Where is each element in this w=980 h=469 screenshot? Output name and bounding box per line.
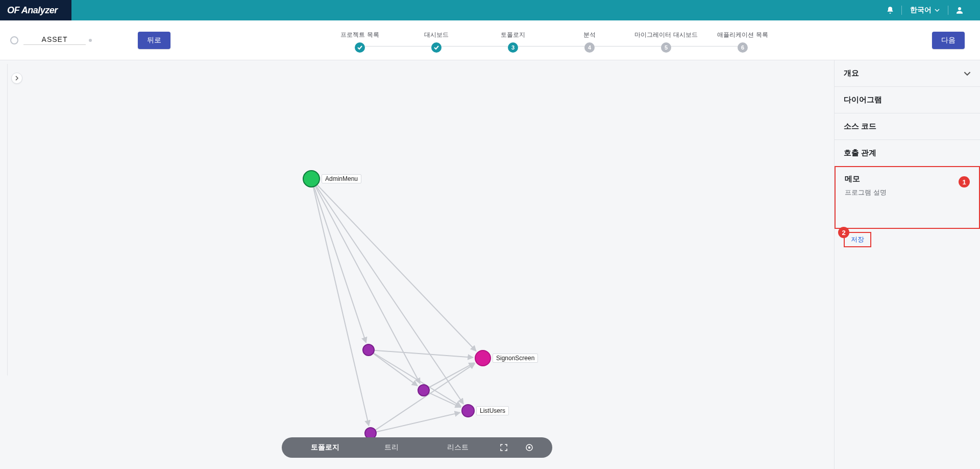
graph-canvas[interactable]: AdminMenuSignonScreenListUsers 토폴로지트리리스트 xyxy=(0,60,834,469)
step-label: 대시보드 xyxy=(424,31,449,39)
header-right: 한국어 xyxy=(879,0,980,20)
next-button[interactable]: 다음 xyxy=(932,32,965,49)
callout-badge-2: 2 xyxy=(838,227,849,238)
panel-calls-title: 호출 관계 xyxy=(844,148,876,157)
step-1[interactable]: 프로젝트 목록 xyxy=(322,31,398,53)
step-circle xyxy=(355,42,365,53)
step-label: 애플리케이션 목록 xyxy=(717,31,768,39)
step-circle: 6 xyxy=(738,42,748,53)
graph-edge xyxy=(314,186,366,343)
step-6[interactable]: 애플리케이션 목록6 xyxy=(704,31,781,53)
step-circle: 4 xyxy=(584,42,595,53)
language-selector[interactable]: 한국어 xyxy=(902,6,948,15)
sidebar-expand-handle[interactable] xyxy=(11,73,22,84)
view-controls: 토폴로지트리리스트 xyxy=(282,437,552,458)
view-control-item[interactable]: 트리 xyxy=(358,443,425,452)
graph-edge xyxy=(374,350,473,358)
step-4[interactable]: 분석4 xyxy=(551,31,628,53)
graph-node-label: AdminMenu xyxy=(322,174,361,183)
graph-edge xyxy=(429,393,460,408)
graph-edge xyxy=(373,353,418,386)
panel-memo[interactable]: 메모 1 프로그램 설명 xyxy=(835,166,980,229)
asset-label: ASSET xyxy=(23,35,86,45)
caret-down-icon xyxy=(935,8,940,13)
bell-icon[interactable] xyxy=(879,0,901,20)
graph-edge xyxy=(376,413,460,432)
user-icon[interactable] xyxy=(948,0,971,20)
panel-overview-title: 개요 xyxy=(844,68,859,78)
fullscreen-icon[interactable] xyxy=(491,443,517,452)
graph-node-label: ListUsers xyxy=(476,406,509,415)
graph-node[interactable] xyxy=(475,350,491,366)
right-panel: 개요 다이어그램 소스 코드 호출 관계 메모 1 프로그램 설명 2 저장 xyxy=(834,60,980,469)
graph-node[interactable] xyxy=(462,405,474,417)
svg-point-0 xyxy=(958,7,961,10)
graph-node[interactable] xyxy=(418,385,429,396)
step-2[interactable]: 대시보드 xyxy=(398,31,475,53)
panel-diagram-title: 다이어그램 xyxy=(844,95,882,104)
graph-node-label: SignonScreen xyxy=(493,354,538,363)
left-rail xyxy=(7,64,8,376)
step-label: 토폴로지 xyxy=(501,31,525,39)
step-circle: 5 xyxy=(661,42,671,53)
asset-block: ASSET xyxy=(10,35,92,45)
graph-edge xyxy=(373,353,461,407)
graph-edge xyxy=(375,364,475,430)
graph-node[interactable] xyxy=(303,171,320,187)
panel-source[interactable]: 소스 코드 xyxy=(835,113,980,140)
graph-edge xyxy=(429,363,475,388)
main-area: AdminMenuSignonScreenListUsers 토폴로지트리리스트… xyxy=(0,60,980,469)
stepper-bar: ASSET 뒤로 프로젝트 목록대시보드토폴로지3분석4마이그레이터 대시보드5… xyxy=(0,20,980,60)
chevron-right-icon xyxy=(14,76,19,81)
callout-badge-1: 1 xyxy=(959,176,970,187)
step-circle xyxy=(431,42,442,53)
language-label: 한국어 xyxy=(910,6,932,15)
radio-empty-icon[interactable] xyxy=(10,36,18,44)
svg-point-2 xyxy=(529,447,530,449)
step-label: 프로젝트 목록 xyxy=(340,31,379,39)
save-wrap: 2 저장 xyxy=(835,232,980,247)
memo-subtext: 프로그램 설명 xyxy=(845,188,970,197)
panel-diagram[interactable]: 다이어그램 xyxy=(835,87,980,113)
step-label: 분석 xyxy=(583,31,596,39)
asset-trailing-dot xyxy=(89,39,92,42)
target-icon[interactable] xyxy=(517,443,542,452)
logo-wrap: OF Analyzer xyxy=(0,0,71,20)
view-control-item[interactable]: 토폴로지 xyxy=(292,443,358,452)
step-3[interactable]: 토폴로지3 xyxy=(475,31,551,53)
prev-button[interactable]: 뒤로 xyxy=(138,32,170,49)
graph-node[interactable] xyxy=(363,344,374,356)
graph-svg[interactable] xyxy=(0,60,834,469)
panel-memo-title: 메모 xyxy=(845,174,860,183)
step-circle: 3 xyxy=(508,42,518,53)
panel-calls[interactable]: 호출 관계 xyxy=(835,140,980,167)
step-5[interactable]: 마이그레이터 대시보드5 xyxy=(628,31,704,53)
chevron-down-icon xyxy=(964,70,971,77)
step-label: 마이그레이터 대시보드 xyxy=(634,31,697,39)
panel-overview[interactable]: 개요 xyxy=(835,60,980,87)
view-control-item[interactable]: 리스트 xyxy=(425,443,491,452)
app-header: OF Analyzer 한국어 xyxy=(0,0,980,20)
app-logo: OF Analyzer xyxy=(7,5,58,16)
steps-container: 프로젝트 목록대시보드토폴로지3분석4마이그레이터 대시보드5애플리케이션 목록… xyxy=(181,28,922,53)
panel-source-title: 소스 코드 xyxy=(844,122,876,130)
